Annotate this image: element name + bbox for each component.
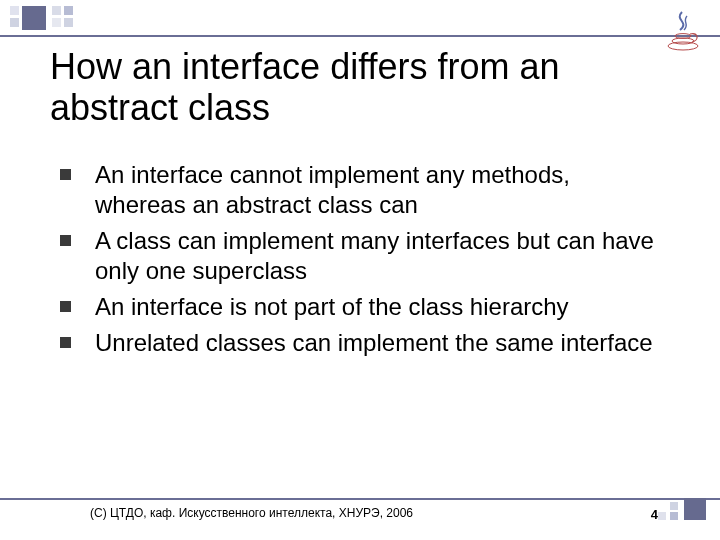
bullet-square-icon	[60, 301, 71, 312]
corner-decoration-bottom	[646, 502, 706, 522]
bullet-square-icon	[60, 337, 71, 348]
horizontal-rule-top	[0, 35, 720, 37]
bullet-text: Unrelated classes can implement the same…	[95, 328, 653, 358]
java-logo-icon	[660, 8, 706, 54]
bullet-square-icon	[60, 169, 71, 180]
list-item: An interface is not part of the class hi…	[60, 292, 660, 322]
bullet-text: An interface cannot implement any method…	[95, 160, 660, 220]
slide-title: How an interface differs from an abstrac…	[50, 46, 650, 129]
bullet-text: An interface is not part of the class hi…	[95, 292, 569, 322]
corner-decoration-top	[0, 0, 140, 40]
slide: How an interface differs from an abstrac…	[0, 0, 720, 540]
bullet-square-icon	[60, 235, 71, 246]
footer-copyright: (С) ЦТДО, каф. Искусственного интеллекта…	[90, 506, 413, 520]
list-item: Unrelated classes can implement the same…	[60, 328, 660, 358]
list-item: An interface cannot implement any method…	[60, 160, 660, 220]
list-item: A class can implement many interfaces bu…	[60, 226, 660, 286]
bullet-text: A class can implement many interfaces bu…	[95, 226, 660, 286]
svg-point-1	[672, 38, 694, 44]
slide-body: An interface cannot implement any method…	[60, 160, 660, 364]
svg-point-0	[668, 42, 698, 50]
horizontal-rule-bottom	[0, 498, 720, 500]
